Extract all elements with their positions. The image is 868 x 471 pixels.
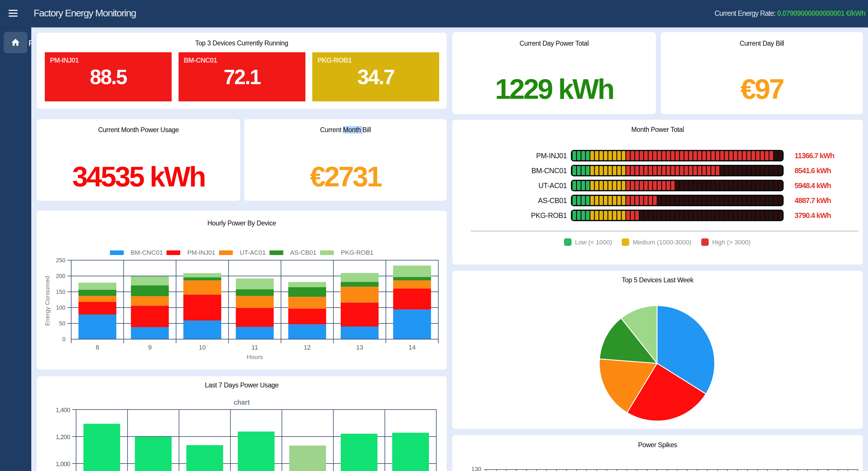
gauge-row-value: 5948.4 kWh (795, 181, 831, 190)
sidebar: F (0, 27, 31, 471)
top5-pie-chart (453, 271, 863, 429)
svg-text:200: 200 (56, 273, 65, 279)
month-power-usage-value: 34535 kWh (37, 160, 240, 193)
device-tile: BM-CNC01 72.1 (179, 52, 305, 101)
device-name: PKG-ROB1 (317, 56, 352, 64)
menu-icon[interactable] (9, 10, 18, 17)
energy-rate-label: Current Energy Rate: (714, 9, 775, 17)
svg-text:8: 8 (96, 344, 99, 351)
card-last7-days: Last 7 Days Power Usage chart 1,4001,200… (37, 376, 446, 471)
appbar-divider (0, 27, 868, 28)
svg-text:250: 250 (56, 257, 65, 263)
card-month-bill: Current Month Bill €2731 (244, 119, 446, 201)
selected-text: Month (343, 126, 363, 134)
spikes-tick-stubs (486, 470, 858, 471)
hourly-stacked-bar-chart: 050100150200250891011121314HoursEnergy C… (37, 211, 446, 370)
gauge-row-label: BM-CNC01 (453, 167, 567, 175)
svg-text:10: 10 (199, 344, 206, 351)
gauge-row: PKG-ROB13790.4 kWh (453, 210, 863, 221)
svg-text:12: 12 (304, 344, 311, 351)
gauge-row: PM-INJ0111366.7 kWh (453, 150, 863, 161)
card-month-power-total: Month Power Total PM-INJ0111366.7 kWhBM-… (453, 120, 863, 265)
card-power-spikes: Power Spikes 130 (453, 435, 863, 471)
dashboard: Top 3 Devices Currently Running PM-INJ01… (31, 27, 868, 471)
energy-rate-value: 0.07909000000000001 €/kWh (777, 9, 865, 17)
gauge-bar (571, 150, 784, 161)
svg-text:1,200: 1,200 (56, 433, 70, 441)
legend-swatch (564, 238, 571, 246)
device-name: BM-CNC01 (184, 56, 217, 64)
legend-label: High (> 3000) (712, 239, 751, 246)
device-value: 88.5 (45, 65, 172, 89)
gauge-row-label: PKG-ROB1 (453, 211, 567, 220)
app-title: Factory Energy Monitoring (34, 7, 136, 19)
spikes-y-tick: 130 (453, 466, 482, 471)
gauge-row-value: 4887.7 kWh (795, 196, 831, 205)
svg-text:14: 14 (408, 344, 415, 351)
svg-text:0: 0 (62, 336, 65, 342)
home-button[interactable] (4, 32, 27, 53)
card-title: Current Month Bill (244, 126, 446, 134)
card-title: Current Day Power Total (453, 40, 656, 48)
svg-text:150: 150 (56, 289, 65, 295)
device-tile: PKG-ROB1 34.7 (312, 52, 439, 101)
device-value: 34.7 (312, 65, 439, 89)
svg-text:13: 13 (356, 344, 363, 351)
gauge-row-label: PM-INJ01 (453, 152, 567, 160)
gauge-row: BM-CNC018541.6 kWh (453, 165, 863, 176)
day-bill-value: €97 (661, 73, 863, 106)
device-name: PM-INJ01 (50, 56, 79, 64)
gauge-bar (571, 180, 784, 191)
svg-text:Energy Consumed: Energy Consumed (44, 276, 51, 326)
gauge-row-value: 3790.4 kWh (795, 211, 831, 220)
gauge-bar (571, 210, 784, 221)
device-tile: PM-INJ01 88.5 (45, 52, 172, 101)
month-bill-value: €2731 (244, 160, 446, 193)
card-day-power-total: Current Day Power Total 1229 kWh (453, 32, 656, 114)
gauge-row-label: UT-AC01 (453, 181, 567, 190)
svg-text:100: 100 (56, 304, 65, 311)
gauge-row: AS-CB014887.7 kWh (453, 195, 863, 206)
gauge-legend-divider (471, 231, 858, 231)
card-day-bill: Current Day Bill €97 (661, 32, 863, 114)
legend-swatch (701, 238, 709, 246)
legend-swatch (622, 238, 629, 246)
svg-text:Hours: Hours (247, 354, 262, 360)
legend-label: Medium (1000-3000) (632, 239, 691, 246)
gauge-bar (571, 165, 784, 176)
gauge-row-label: AS-CB01 (453, 197, 567, 205)
sidebar-item-label: F (28, 38, 31, 48)
card-title: Current Day Bill (661, 40, 863, 48)
home-icon (11, 38, 20, 48)
svg-text:50: 50 (59, 320, 65, 327)
card-title: Month Power Total (453, 126, 863, 134)
energy-rate: Current Energy Rate: 0.07909000000000001… (714, 9, 865, 18)
svg-text:1,000: 1,000 (56, 460, 70, 468)
svg-text:11: 11 (251, 344, 258, 351)
card-title: Power Spikes (453, 441, 863, 449)
gauge-row: UT-AC015948.4 kWh (453, 180, 863, 191)
card-top5-devices: Top 5 Devices Last Week (453, 271, 863, 429)
app-bar: Factory Energy Monitoring Current Energy… (0, 0, 868, 27)
gauge-bar (571, 195, 784, 206)
card-title: Top 3 Devices Currently Running (37, 39, 446, 47)
device-value: 72.1 (179, 65, 305, 89)
gauge-row-value: 8541.6 kWh (795, 166, 831, 175)
gauge-row-value: 11366.7 kWh (795, 151, 834, 160)
card-title: Current Month Power Usage (37, 126, 240, 134)
card-hourly-power: Hourly Power By Device BM-CNC01PM-INJ01U… (37, 211, 446, 370)
last7-days-bar-chart: 1,4001,2001,000 (37, 376, 446, 471)
svg-text:9: 9 (148, 344, 152, 351)
svg-text:1,400: 1,400 (56, 406, 70, 414)
legend-label: Low (< 1000) (575, 239, 612, 246)
card-month-power-usage: Current Month Power Usage 34535 kWh (37, 119, 240, 201)
card-top3-devices: Top 3 Devices Currently Running PM-INJ01… (37, 33, 446, 109)
day-power-total-value: 1229 kWh (453, 73, 656, 106)
